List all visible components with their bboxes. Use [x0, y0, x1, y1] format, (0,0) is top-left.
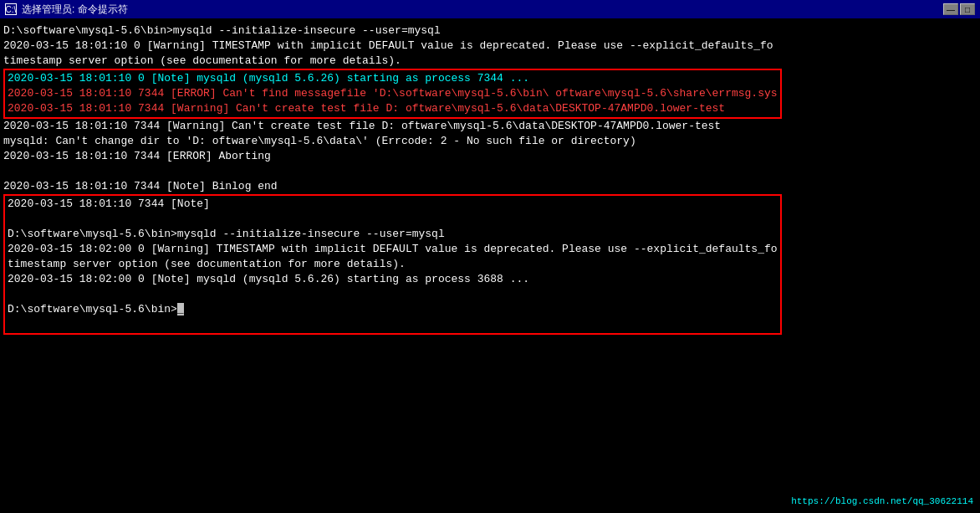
- line-2: 2020-03-15 18:01:10 0 [Warning] TIMESTAM…: [3, 38, 977, 54]
- line-7: 2020-03-15 18:01:10 7344 [Warning] Can't…: [3, 119, 977, 134]
- line-s2-1: D:\software\mysql-5.6\bin>mysqld --initi…: [8, 227, 778, 242]
- watermark: https://blog.csdn.net/qq_30622114: [791, 496, 973, 506]
- line-11: 2020-03-15 18:01:10 7344 [Note]: [8, 197, 778, 212]
- line-5: 2020-03-15 18:01:10 7344 [ERROR] Can't f…: [8, 86, 778, 101]
- line-s2-2: 2020-03-15 18:02:00 0 [Warning] TIMESTAM…: [8, 242, 778, 257]
- line-9: 2020-03-15 18:01:10 7344 [ERROR] Abortin…: [3, 149, 977, 164]
- minimize-button[interactable]: —: [943, 3, 958, 15]
- red-box-2: 2020-03-15 18:01:10 7344 [Note] D:\softw…: [3, 194, 782, 335]
- line-s2-3: timestamp server option (see documentati…: [8, 257, 778, 272]
- title-bar-icon: C:\: [5, 3, 17, 15]
- line-blank3: [8, 287, 778, 302]
- line-blank2: [8, 212, 778, 227]
- title-bar: C:\ 选择管理员: 命令提示符 — □: [0, 0, 980, 18]
- terminal: D:\software\mysql-5.6\bin>mysqld --initi…: [0, 18, 980, 513]
- line-3: timestamp server option (see documentati…: [3, 54, 977, 69]
- title-bar-controls: — □: [943, 3, 975, 15]
- red-box-1: 2020-03-15 18:01:10 0 [Note] mysqld (mys…: [3, 69, 782, 119]
- line-10: 2020-03-15 18:01:10 7344 [Note] Binlog e…: [3, 179, 977, 194]
- prompt-line: D:\software\mysql-5.6\bin>_: [8, 302, 778, 317]
- line-blank: [3, 164, 977, 179]
- line-4: 2020-03-15 18:01:10 0 [Note] mysqld (mys…: [8, 71, 778, 86]
- line-1: D:\software\mysql-5.6\bin>mysqld --initi…: [3, 23, 977, 38]
- line-s2-4: 2020-03-15 18:02:00 0 [Note] mysqld (mys…: [8, 272, 778, 287]
- maximize-button[interactable]: □: [960, 3, 975, 15]
- line-blank4: [8, 317, 778, 332]
- line-8: mysqld: Can't change dir to 'D: oftware\…: [3, 134, 977, 149]
- line-6: 2020-03-15 18:01:10 7344 [Warning] Can't…: [8, 101, 778, 116]
- title-bar-title: 选择管理员: 命令提示符: [22, 3, 943, 17]
